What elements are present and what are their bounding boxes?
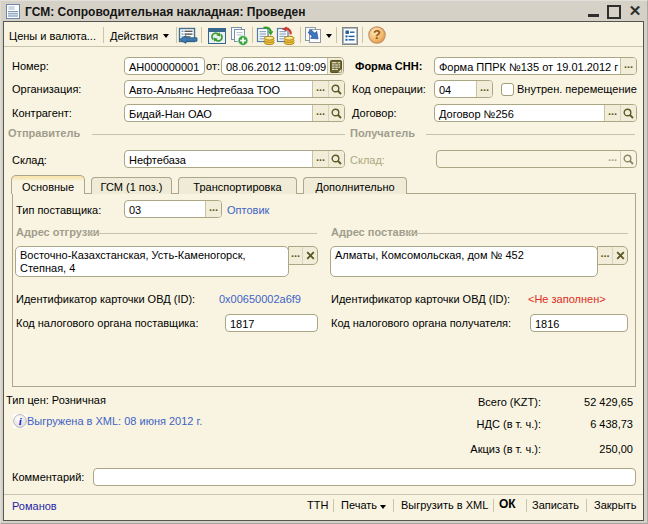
svg-text:?: ? bbox=[373, 27, 381, 42]
